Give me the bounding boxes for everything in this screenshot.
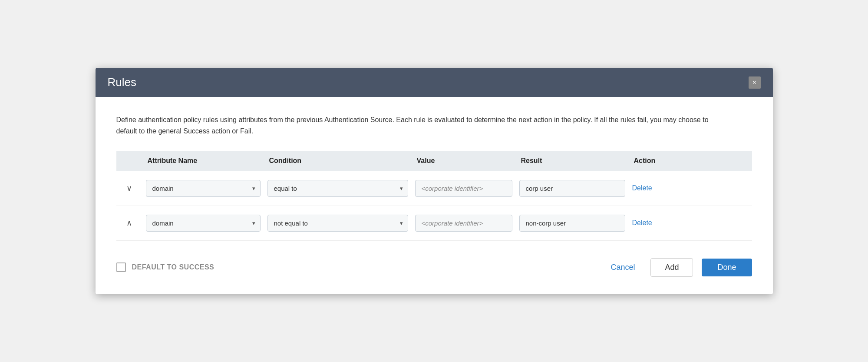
modal-title: Rules xyxy=(108,76,136,89)
condition-select-row1[interactable]: equal to xyxy=(267,180,408,197)
table-row: ∨ domain ▾ equal to ▾ <corporate identif… xyxy=(116,171,752,206)
action-cell-row2: Delete xyxy=(629,219,681,227)
col-header-condition: Condition xyxy=(264,157,412,165)
attribute-select-wrapper-row2: domain ▾ xyxy=(142,215,264,232)
default-to-success-label: DEFAULT TO SUCCESS xyxy=(132,263,215,271)
done-button[interactable]: Done xyxy=(702,259,752,276)
col-header-expand xyxy=(116,157,142,165)
add-button[interactable]: Add xyxy=(650,258,693,277)
delete-button-row1[interactable]: Delete xyxy=(632,184,652,192)
attribute-select-row1[interactable]: domain xyxy=(146,180,261,197)
modal-header: Rules × xyxy=(96,68,773,97)
condition-select-wrapper-row2: not equal to ▾ xyxy=(264,215,412,232)
table-header: Attribute Name Condition Value Result Ac… xyxy=(116,151,752,171)
result-display-row2: non-corp user xyxy=(519,215,625,232)
footer-row: DEFAULT TO SUCCESS Cancel Add Done xyxy=(116,255,752,277)
col-header-attribute: Attribute Name xyxy=(142,157,264,165)
result-cell-row2: non-corp user xyxy=(516,215,629,232)
expand-icon-row2[interactable]: ∧ xyxy=(116,218,142,228)
value-cell-row2: <corporate identifier> xyxy=(412,215,516,232)
col-header-result: Result xyxy=(516,157,629,165)
condition-select-wrapper-row1: equal to ▾ xyxy=(264,180,412,197)
value-display-row2: <corporate identifier> xyxy=(415,215,512,232)
expand-icon-row1[interactable]: ∨ xyxy=(116,183,142,193)
close-button[interactable]: × xyxy=(749,76,761,89)
col-header-action: Action xyxy=(629,157,681,165)
cancel-button[interactable]: Cancel xyxy=(604,259,642,276)
action-cell-row1: Delete xyxy=(629,184,681,192)
result-cell-row1: corp user xyxy=(516,180,629,197)
value-cell-row1: <corporate identifier> xyxy=(412,180,516,197)
description-text: Define authentication policy rules using… xyxy=(116,114,724,136)
attribute-select-wrapper-row1: domain ▾ xyxy=(142,180,264,197)
delete-button-row2[interactable]: Delete xyxy=(632,219,652,227)
result-display-row1: corp user xyxy=(519,180,625,197)
default-success-wrapper: DEFAULT TO SUCCESS xyxy=(116,262,215,272)
rules-table: Attribute Name Condition Value Result Ac… xyxy=(116,151,752,241)
rules-modal: Rules × Define authentication policy rul… xyxy=(96,68,773,294)
default-to-success-checkbox[interactable] xyxy=(116,262,126,272)
modal-body: Define authentication policy rules using… xyxy=(96,97,773,294)
condition-select-row2[interactable]: not equal to xyxy=(267,215,408,232)
value-display-row1: <corporate identifier> xyxy=(415,180,512,197)
attribute-select-row2[interactable]: domain xyxy=(146,215,261,232)
col-header-value: Value xyxy=(412,157,516,165)
table-row: ∧ domain ▾ not equal to ▾ <corporate ide… xyxy=(116,206,752,241)
footer-actions: Cancel Add Done xyxy=(604,258,752,277)
